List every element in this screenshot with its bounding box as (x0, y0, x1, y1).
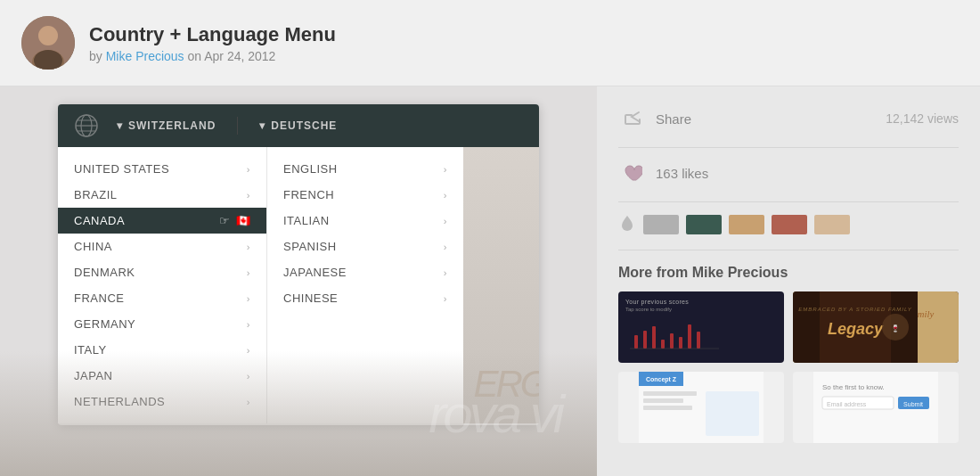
lang-item-italian[interactable]: ITALIAN › (267, 208, 463, 234)
lang-name-spanish: SPANISH (283, 240, 337, 253)
svg-rect-10 (643, 331, 647, 349)
more-from-section: More from Mike Precious Your previous sc… (618, 265, 959, 443)
lang-item-french[interactable]: FRENCH › (267, 182, 463, 208)
thumbnail-4[interactable]: So the first to know. Email address Subm… (793, 372, 959, 443)
lang-item-chinese[interactable]: CHINESE › (267, 285, 463, 311)
share-icon (618, 104, 647, 133)
country-list: UNITED STATES › BRAZIL › CANADA ☞ 🇨🇦 (58, 147, 267, 423)
avatar (21, 16, 75, 70)
thumb1-text: Your previous scores (625, 299, 777, 305)
svg-text:So the first to know.: So the first to know. (822, 383, 885, 391)
thumbnails-grid: Your previous scores Tap score to modify (618, 291, 959, 443)
country-name-netherlands: NETHERLANDS (74, 395, 165, 408)
country-name-germany: GERMANY (74, 317, 135, 331)
svg-text:Legacy: Legacy (828, 320, 884, 338)
thumb1-chart (625, 317, 723, 353)
canada-flag: 🇨🇦 (236, 214, 251, 227)
svg-rect-19 (793, 291, 820, 363)
date: Apr 24, 2012 (204, 49, 275, 63)
menu-topbar: ▾ SWITZERLAND ▾ DEUTSCHE (58, 104, 539, 147)
lang-item-japanese[interactable]: JAPANESE › (267, 259, 463, 285)
share-row: Share 12,142 views (618, 104, 959, 133)
svg-text:Submit: Submit (903, 401, 923, 407)
topbar-lang-arrow: ▾ (259, 119, 265, 132)
lang-name-italian: ITALIAN (283, 214, 330, 227)
lang-name-french: FRENCH (283, 188, 334, 201)
menu-mockup: ▾ SWITZERLAND ▾ DEUTSCHE UNITED STATES › (58, 104, 539, 425)
lang-name-english: ENGLISH (283, 162, 338, 176)
svg-text:Concept Z: Concept Z (646, 376, 677, 383)
svg-rect-13 (670, 333, 674, 349)
country-item-italy[interactable]: ITALY › (58, 337, 266, 363)
chevron-netherlands: › (247, 397, 250, 407)
globe-icon (74, 113, 99, 138)
svg-text:Email address: Email address (827, 401, 867, 407)
thumb2-overlay: EMBRACED BY A STORIED FAMILY Legacy 🍷 (793, 291, 959, 363)
color-swatch-rust (772, 215, 807, 234)
svg-rect-9 (634, 335, 638, 349)
svg-rect-16 (697, 332, 700, 349)
thumbnail-3[interactable]: Concept Z (618, 372, 784, 443)
country-item-japan[interactable]: JAPAN › (58, 363, 266, 389)
svg-point-1 (38, 26, 58, 45)
divider-3 (618, 250, 959, 250)
topbar-divider (237, 117, 238, 135)
thumbnail-1[interactable]: Your previous scores Tap score to modify (618, 291, 784, 363)
color-swatch-beige (814, 215, 850, 234)
chevron-france: › (247, 293, 250, 304)
country-item-germany[interactable]: GERMANY › (58, 311, 266, 337)
country-item-us[interactable]: UNITED STATES › (58, 156, 266, 182)
drop-icon (618, 213, 636, 235)
share-label[interactable]: Share (656, 111, 877, 127)
topbar-lang[interactable]: ▾ DEUTSCHE (259, 119, 337, 132)
country-item-china[interactable]: CHINA › (58, 234, 266, 259)
country-name-france: FRANCE (74, 291, 124, 305)
divider-1 (618, 147, 959, 148)
more-from-title: More from Mike Precious (618, 265, 959, 281)
topbar-country[interactable]: ▾ SWITZERLAND (117, 119, 216, 132)
country-name-denmark: DENMARK (74, 266, 135, 279)
svg-rect-29 (643, 398, 683, 403)
preview-area: ▾ SWITZERLAND ▾ DEUTSCHE UNITED STATES › (0, 86, 597, 476)
lang-chevron-japanese: › (444, 267, 447, 278)
country-name-canada: CANADA (74, 214, 125, 227)
topbar-lang-label: DEUTSCHE (271, 119, 337, 132)
chevron-brazil: › (247, 190, 250, 201)
lang-item-spanish[interactable]: SPANISH › (267, 234, 463, 259)
country-item-france[interactable]: FRANCE › (58, 285, 266, 311)
lang-name-chinese: CHINESE (283, 291, 338, 305)
country-item-canada[interactable]: CANADA ☞ 🇨🇦 (58, 208, 266, 234)
svg-rect-30 (643, 406, 692, 410)
svg-rect-11 (652, 326, 656, 349)
chevron-japan: › (247, 371, 250, 382)
chevron-denmark: › (247, 267, 250, 278)
country-name-us: UNITED STATES (74, 162, 169, 176)
country-item-netherlands[interactable]: NETHERLANDS › (58, 389, 266, 414)
divider-2 (618, 201, 959, 202)
color-swatch-tan (729, 215, 764, 234)
country-item-brazil[interactable]: BRAZIL › (58, 182, 266, 208)
heart-icon (618, 159, 647, 187)
chevron-italy: › (247, 345, 250, 356)
lang-chevron-french: › (444, 190, 447, 201)
colors-row (618, 213, 959, 235)
main-content: ▾ SWITZERLAND ▾ DEUTSCHE UNITED STATES › (0, 86, 980, 476)
hand-cursor-icon: ☞ (219, 214, 231, 227)
country-name-brazil: BRAZIL (74, 188, 118, 201)
svg-rect-14 (679, 337, 682, 349)
likes-row: 163 likes (618, 159, 959, 187)
lang-chevron-chinese: › (444, 293, 447, 304)
author-link[interactable]: Mike Precious (106, 49, 184, 63)
country-name-italy: ITALY (74, 343, 107, 357)
lang-item-english[interactable]: ENGLISH › (267, 156, 463, 182)
chevron-china: › (247, 242, 250, 252)
right-sidebar: Share 12,142 views 163 likes (597, 86, 980, 476)
thumbnail-2[interactable]: EMBRACED BY A STORIED FAMILY Legacy 🍷 (793, 291, 959, 363)
lang-name-japanese: JAPANESE (283, 266, 347, 279)
thumb1-subtext: Tap score to modify (625, 307, 777, 312)
svg-rect-15 (688, 324, 691, 349)
lang-chevron-english: › (444, 164, 447, 175)
country-item-denmark[interactable]: DENMARK › (58, 259, 266, 285)
lang-chevron-italian: › (444, 216, 447, 226)
likes-label[interactable]: 163 likes (656, 166, 959, 181)
